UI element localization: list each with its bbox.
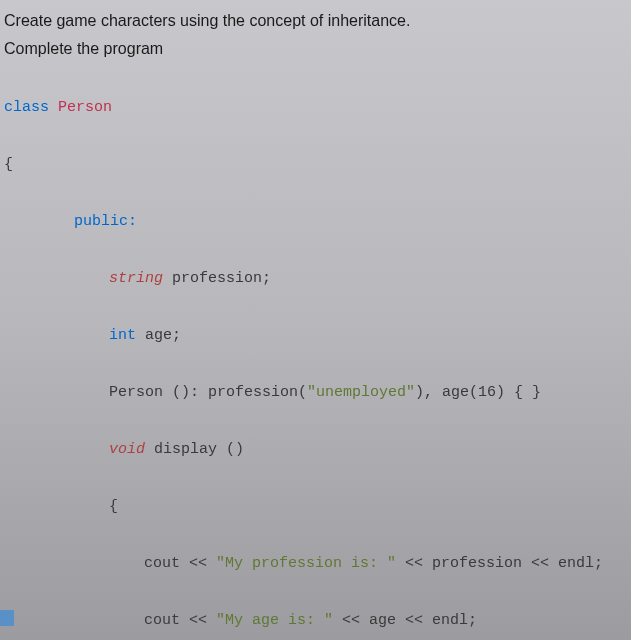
instruction-line-1: Create game characters using the concept… — [4, 8, 627, 34]
code-line: { — [4, 151, 627, 180]
type-int: int — [109, 327, 136, 344]
code-editor[interactable]: class Person { public: string profession… — [4, 65, 627, 640]
code-line: Person (): profession("unemployed"), age… — [4, 379, 627, 408]
code-line: cout << "My profession is: " << professi… — [4, 550, 627, 579]
code-line: int age; — [4, 322, 627, 351]
code-line: cout << "My age is: " << age << endl; — [4, 607, 627, 636]
code-line: { — [4, 493, 627, 522]
code-line: public: — [4, 208, 627, 237]
type-string: string — [109, 270, 163, 287]
keyword-public: public: — [74, 213, 137, 230]
code-line: string profession; — [4, 265, 627, 294]
keyword-void: void — [109, 441, 145, 458]
class-name-person: Person — [58, 99, 112, 116]
instruction-line-2: Complete the program — [4, 36, 627, 62]
code-line: void display () — [4, 436, 627, 465]
line-marker — [0, 610, 14, 626]
keyword-class: class — [4, 99, 49, 116]
code-line: class Person — [4, 94, 627, 123]
